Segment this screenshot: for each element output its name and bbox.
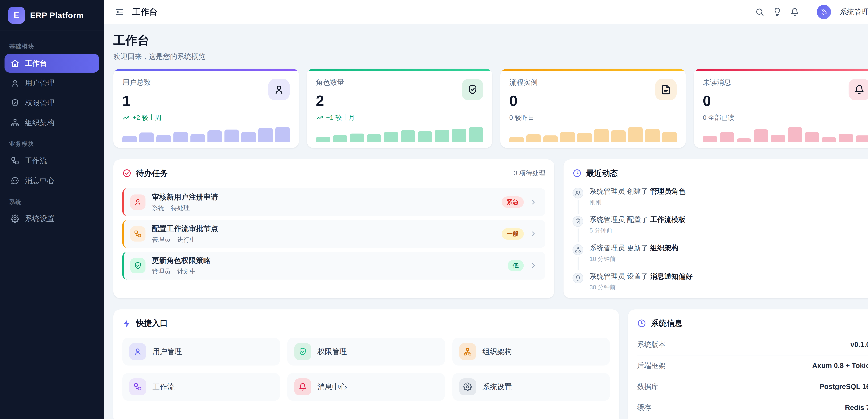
- mini-bar: [367, 134, 381, 143]
- sidebar-item-工作流[interactable]: 工作流: [4, 151, 99, 170]
- mini-bar: [140, 132, 154, 142]
- sidebar-item-label: 权限管理: [25, 98, 55, 108]
- sidebar-item-label: 消息中心: [25, 176, 55, 186]
- lightbulb-icon[interactable]: [773, 7, 782, 17]
- brand-name: ERP Platform: [30, 10, 84, 20]
- sidebar-section: 系统 系统设置: [0, 198, 104, 228]
- quick-entry-权限管理[interactable]: 权限管理: [287, 338, 445, 365]
- stat-trend: +2 较上周: [122, 113, 290, 122]
- tasks-count: 3 项待处理: [514, 169, 546, 178]
- app-viewport: E ERP Platform 基础模块 工作台 用户管理 权限管理 组织架构 业…: [0, 0, 868, 419]
- user-icon: [129, 343, 146, 360]
- task-source: 管理员: [152, 236, 170, 244]
- menu-fold-icon[interactable]: [115, 7, 124, 17]
- quick-entry-label: 工作流: [152, 382, 175, 392]
- sidebar-item-label: 组织架构: [25, 118, 55, 128]
- clipboard-check-icon: [572, 216, 583, 227]
- task-row[interactable]: 配置工作流审批节点 管理员 进行中 一般: [122, 220, 545, 248]
- system-info-panel: 系统信息 系统版本 v0.1.0 后端框架 Axum 0.8 + Tokio 数…: [628, 309, 868, 419]
- stat-mini-bar-chart: [509, 127, 677, 142]
- gear-icon: [459, 378, 476, 395]
- chevron-right-icon: [529, 262, 537, 270]
- brand-logo: E: [8, 7, 25, 24]
- system-info-value: PostgreSQL 16: [819, 383, 868, 391]
- sidebar-item-权限管理[interactable]: 权限管理: [4, 94, 99, 112]
- sidebar-section: 基础模块 工作台 用户管理 权限管理 组织架构: [0, 42, 104, 132]
- quick-grid: 用户管理 权限管理 组织架构 工作流 消息中心 系统设置: [113, 334, 619, 401]
- sidebar-section-label: 系统: [9, 198, 95, 206]
- quick-entry-label: 用户管理: [152, 347, 182, 357]
- system-info-label: 系统版本: [637, 340, 665, 349]
- timeline-connector: [578, 257, 579, 270]
- quick-entry-工作流[interactable]: 工作流: [122, 373, 280, 401]
- file-text-icon: [655, 79, 677, 100]
- task-priority-badge: 一般: [502, 228, 524, 240]
- sidebar-item-组织架构[interactable]: 组织架构: [4, 113, 99, 132]
- activity-object: 消息通知偏好: [650, 272, 693, 280]
- activity-action: 更新了: [627, 244, 648, 252]
- mini-bar: [509, 137, 524, 142]
- activity-item: 系统管理员 创建了 管理员角色 刚刚: [572, 186, 868, 215]
- user-avatar[interactable]: 系: [817, 5, 831, 19]
- system-info-value: Redis 7: [845, 403, 868, 412]
- activity-item: 系统管理员 配置了 工作流模板 5 分钟前: [572, 215, 868, 243]
- stat-label: 角色数量: [316, 78, 344, 87]
- stat-value: 0: [509, 92, 538, 110]
- mini-bar: [350, 133, 364, 142]
- bell-icon[interactable]: [790, 7, 799, 17]
- sidebar-item-工作台[interactable]: 工作台: [4, 54, 99, 72]
- search-icon[interactable]: [755, 7, 764, 17]
- page-head: 工作台 欢迎回来，这是您的系统概览: [113, 32, 868, 61]
- sidebar-item-消息中心[interactable]: 消息中心: [4, 171, 99, 190]
- mini-bar: [275, 127, 290, 142]
- workflow-icon: [11, 156, 19, 165]
- workflow-icon: [130, 226, 146, 242]
- stat-trend: 0 全部已读: [703, 113, 868, 122]
- home-icon: [11, 59, 19, 67]
- mini-bar: [526, 134, 541, 142]
- quick-panel-title: 快捷入口: [136, 318, 168, 329]
- task-row[interactable]: 更新角色权限策略 管理员 计划中 低: [122, 252, 545, 279]
- activity-object: 管理员角色: [650, 187, 686, 195]
- quick-entries-panel: 快捷入口 用户管理 权限管理 组织架构 工作流 消息中心 系统设置: [113, 309, 619, 419]
- stat-value: 0: [703, 92, 731, 110]
- sidebar-item-label: 工作台: [25, 58, 47, 68]
- activity-panel-title: 最近动态: [586, 168, 618, 179]
- shield-check-icon: [462, 79, 483, 100]
- mini-bar: [577, 133, 592, 142]
- mini-bar: [224, 129, 239, 142]
- shield-check-icon: [11, 99, 19, 107]
- stat-trend: 0 较昨日: [509, 113, 677, 122]
- activity-actor: 系统管理员: [590, 187, 625, 195]
- check-circle-icon: [122, 169, 131, 178]
- stat-trend: +1 较上月: [316, 113, 483, 122]
- task-priority-badge: 紧急: [502, 197, 524, 208]
- mini-bar: [856, 136, 868, 143]
- sidebar-section-label: 业务模块: [9, 140, 95, 148]
- stat-card-accent: [500, 68, 686, 71]
- trend-up-icon: [316, 114, 323, 121]
- mini-bar: [418, 131, 432, 142]
- mini-bar: [771, 135, 785, 142]
- sidebar-item-用户管理[interactable]: 用户管理: [4, 73, 99, 92]
- activity-text: 系统管理员 配置了 工作流模板: [590, 215, 686, 225]
- mini-bar: [384, 132, 398, 142]
- quick-entry-消息中心[interactable]: 消息中心: [287, 373, 445, 401]
- quick-entry-组织架构[interactable]: 组织架构: [453, 338, 610, 365]
- shield-check-icon: [294, 343, 311, 360]
- sidebar-item-系统设置[interactable]: 系统设置: [4, 209, 99, 228]
- mini-bar: [720, 132, 734, 142]
- quick-entry-用户管理[interactable]: 用户管理: [122, 338, 280, 365]
- stat-card-accent: [694, 68, 868, 71]
- mini-bar: [258, 128, 273, 142]
- activity-time: 10 分钟前: [590, 255, 678, 263]
- sidebar-item-label: 用户管理: [25, 78, 55, 88]
- task-row[interactable]: 审核新用户注册申请 系统 待处理 紧急: [122, 188, 545, 216]
- topbar-title: 工作台: [132, 6, 158, 18]
- mini-bar: [156, 135, 171, 142]
- quick-entry-系统设置[interactable]: 系统设置: [453, 373, 610, 401]
- system-info-row: 数据库 PostgreSQL 16: [637, 376, 868, 397]
- org-icon: [572, 244, 583, 255]
- task-status: 待处理: [171, 204, 190, 212]
- user-icon: [268, 79, 290, 100]
